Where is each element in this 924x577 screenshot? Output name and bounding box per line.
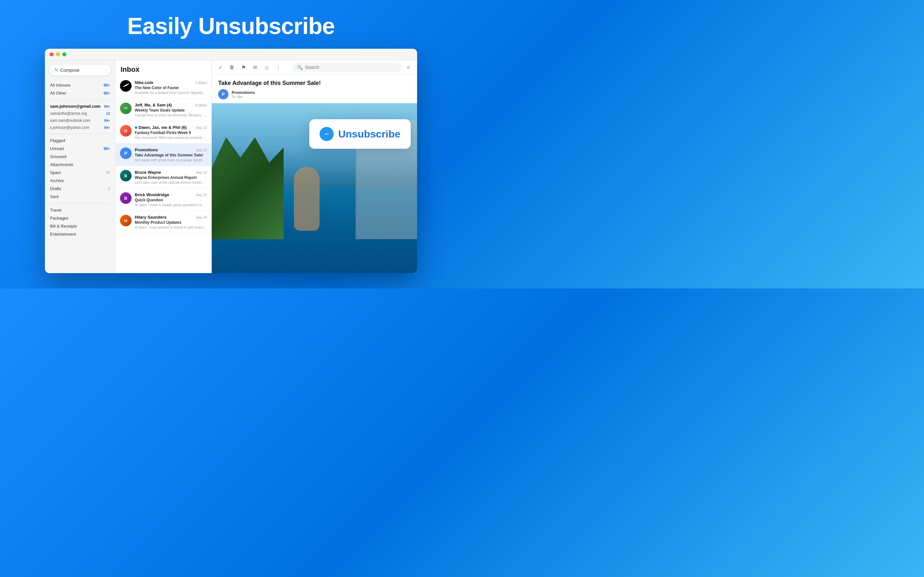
email-time-promotions: Sep 23 bbox=[196, 148, 207, 152]
email-sender-bruce: Bruce Wayne bbox=[135, 170, 161, 175]
email-content-bruce: Bruce Wayne Sep 23 Wayne Enterprises Ann… bbox=[135, 170, 207, 184]
sidebar-item-sent[interactable]: Sent bbox=[45, 193, 115, 201]
email-sender-nike: Nike.com bbox=[135, 80, 153, 85]
foliage-left bbox=[212, 137, 284, 239]
compose-new-button[interactable]: ⎋ bbox=[405, 64, 412, 71]
email-subject-bruce: Wayne Enterprises Annual Report bbox=[135, 175, 207, 180]
minus-icon: − bbox=[325, 129, 329, 139]
email-time-hilary: Sep 24 bbox=[196, 215, 207, 219]
account-badge-gmail: 99+ bbox=[104, 105, 110, 108]
account-item-yahoo[interactable]: s.johnson@yahoo.com 99+ bbox=[45, 124, 115, 131]
sidebar-item-spam[interactable]: Spam 37 bbox=[45, 169, 115, 177]
flag-button[interactable]: ⚑ bbox=[240, 64, 247, 71]
avatar-nike bbox=[120, 80, 132, 92]
email-item-bruce[interactable]: B Bruce Wayne Sep 23 Wayne Enterprises A… bbox=[115, 166, 212, 189]
sidebar-item-snoozed[interactable]: Snoozed bbox=[45, 153, 115, 161]
hero-title: Easily Unsubscribe bbox=[128, 13, 334, 39]
search-input[interactable] bbox=[305, 65, 397, 70]
account-email-label: samantha@acme.org bbox=[50, 111, 87, 116]
sidebar-label-attachments: Attachments bbox=[50, 162, 73, 167]
email-sender-dawn: Dawn, Jax, me & Phil (6) bbox=[139, 125, 187, 130]
trash-button[interactable]: 🗑 bbox=[228, 64, 236, 71]
person-figure bbox=[294, 167, 320, 231]
sidebar: ✎ Compose All Inboxes 99+ All Other 99+ … bbox=[45, 60, 115, 273]
unsubscribe-label[interactable]: Unsubscribe bbox=[338, 128, 401, 140]
sidebar-item-archive[interactable]: Archive bbox=[45, 177, 115, 185]
sidebar-item-entertainment[interactable]: Entertainment bbox=[45, 230, 115, 238]
sidebar-item-bill-receipts[interactable]: Bill & Receipts bbox=[45, 222, 115, 230]
sidebar-label-packages: Packages bbox=[50, 216, 68, 221]
sidebar-label-entertainment: Entertainment bbox=[50, 232, 76, 237]
account-item-acme[interactable]: samantha@acme.org 13 bbox=[45, 110, 115, 117]
email-items-container: Nike.com 1:40pm The New Color of Faster … bbox=[115, 76, 212, 273]
sidebar-label-snoozed: Snoozed bbox=[50, 154, 66, 159]
maximize-button[interactable] bbox=[62, 52, 66, 56]
email-subject-jeff: Weekly Team Goals Update bbox=[135, 108, 207, 113]
sidebar-item-attachments[interactable]: Attachments bbox=[45, 161, 115, 169]
email-time-bruce: Sep 23 bbox=[196, 171, 207, 174]
email-subject-promotions: Take Advantage of this Summer Sale! bbox=[135, 153, 207, 157]
email-body: − Unsubscribe bbox=[212, 103, 417, 273]
sidebar-item-flagged[interactable]: Flagged bbox=[45, 137, 115, 145]
email-time-jeff: 9:38am bbox=[195, 103, 207, 107]
email-detail-subject: Take Advantage of this Summer Sale! bbox=[212, 75, 417, 89]
email-item-jeff[interactable]: JS Jeff, Me, & Sam (4) 9:38am Weekly Tea… bbox=[115, 99, 212, 121]
email-content-dawn: Dawn, Jax, me & Phil (6) Sep 22 Fantasy … bbox=[135, 125, 207, 139]
mark-read-button[interactable]: ✓ bbox=[217, 64, 224, 71]
sidebar-label-unread: Unread bbox=[50, 146, 64, 151]
sidebar-item-unread[interactable]: Unread 99+ bbox=[45, 145, 115, 153]
search-icon: 🔍 bbox=[297, 65, 302, 70]
email-item-nike[interactable]: Nike.com 1:40pm The New Color of Faster … bbox=[115, 76, 212, 99]
account-item-outlook[interactable]: sam.sam@outlook.com 99+ bbox=[45, 117, 115, 124]
minimize-button[interactable] bbox=[56, 52, 60, 56]
sidebar-item-all-other[interactable]: All Other 99+ bbox=[45, 89, 115, 97]
email-content-brick: Brick Wooldridge Sep 23 Quick Question H… bbox=[135, 192, 207, 207]
sidebar-label-spam: Spam bbox=[50, 170, 61, 175]
avatar-jeff: JS bbox=[120, 103, 132, 114]
account-email-label: sam.sam@outlook.com bbox=[50, 118, 90, 123]
sidebar-badge-drafts: 3 bbox=[108, 187, 110, 191]
email-item-hilary[interactable]: H Hilary Saunders Sep 24 Monthly Product… bbox=[115, 211, 212, 234]
app-window: ✎ Compose All Inboxes 99+ All Other 99+ … bbox=[45, 49, 417, 273]
traffic-lights bbox=[49, 52, 66, 56]
email-subject-brick: Quick Question bbox=[135, 198, 207, 202]
email-subject-nike: The New Color of Faster bbox=[135, 85, 207, 90]
email-item-brick[interactable]: B Brick Wooldridge Sep 23 Quick Question… bbox=[115, 189, 212, 211]
email-sender-promotions: Promotions bbox=[135, 147, 158, 152]
email-subject-dawn: Fantasy Football Picks-Week 9 bbox=[135, 131, 207, 135]
account-item-gmail[interactable]: sam.johnson@gmail.com 99+ bbox=[45, 103, 115, 110]
email-time-brick: Sep 23 bbox=[196, 193, 207, 197]
unsubscribe-popup: − Unsubscribe bbox=[309, 119, 411, 149]
email-content-jeff: Jeff, Me, & Sam (4) 9:38am Weekly Team G… bbox=[135, 103, 207, 117]
archive-toolbar-button[interactable]: ✉ bbox=[252, 64, 258, 71]
sidebar-label-sent: Sent bbox=[50, 194, 59, 199]
sidebar-item-travel[interactable]: Travel bbox=[45, 206, 115, 214]
email-preview-brick: Hi Sam, I have a couple quick questions … bbox=[135, 203, 207, 207]
sidebar-item-drafts[interactable]: Drafts 3 bbox=[45, 185, 115, 193]
email-content-promotions: Promotions Sep 23 Take Advantage of this… bbox=[135, 147, 207, 162]
sender-to: To: Me bbox=[232, 95, 255, 99]
email-item-promotions[interactable]: P Promotions Sep 23 Take Advantage of th… bbox=[115, 143, 212, 166]
account-badge-yahoo: 99+ bbox=[104, 126, 110, 129]
close-button[interactable] bbox=[49, 52, 53, 56]
email-item-dawn[interactable]: D Dawn, Jax, me & Phil (6) Sep 22 Fantas… bbox=[115, 121, 212, 143]
sidebar-item-packages[interactable]: Packages bbox=[45, 214, 115, 222]
email-time-nike: 1:40pm bbox=[195, 81, 207, 85]
more-button[interactable]: ⋮ bbox=[275, 64, 282, 71]
email-preview-promotions: Get away with great deals to popular des… bbox=[135, 158, 207, 162]
unsubscribe-icon[interactable]: − bbox=[320, 127, 334, 141]
account-badge-acme: 13 bbox=[106, 111, 110, 115]
sender-info: Promotions To: Me bbox=[232, 90, 255, 99]
account-badge-outlook: 99+ bbox=[104, 119, 110, 122]
email-preview-bruce: Let's take care of the special divison f… bbox=[135, 181, 207, 184]
email-content-nike: Nike.com 1:40pm The New Color of Faster … bbox=[135, 80, 207, 95]
move-button[interactable]: ◇ bbox=[263, 64, 270, 71]
account-email-label: s.johnson@yahoo.com bbox=[50, 125, 89, 130]
sidebar-item-label: All Inboxes bbox=[50, 83, 71, 87]
sidebar-label-bill-receipts: Bill & Receipts bbox=[50, 224, 77, 229]
email-list: Inbox Nike.com 1:40pm bbox=[115, 60, 212, 273]
email-sender-brick: Brick Wooldridge bbox=[135, 192, 169, 197]
sidebar-item-all-inboxes[interactable]: All Inboxes 99+ bbox=[45, 81, 115, 89]
compose-button[interactable]: ✎ Compose bbox=[49, 64, 111, 76]
email-preview-nike: Available for a limited time! ZoomX Vapo… bbox=[135, 91, 207, 95]
